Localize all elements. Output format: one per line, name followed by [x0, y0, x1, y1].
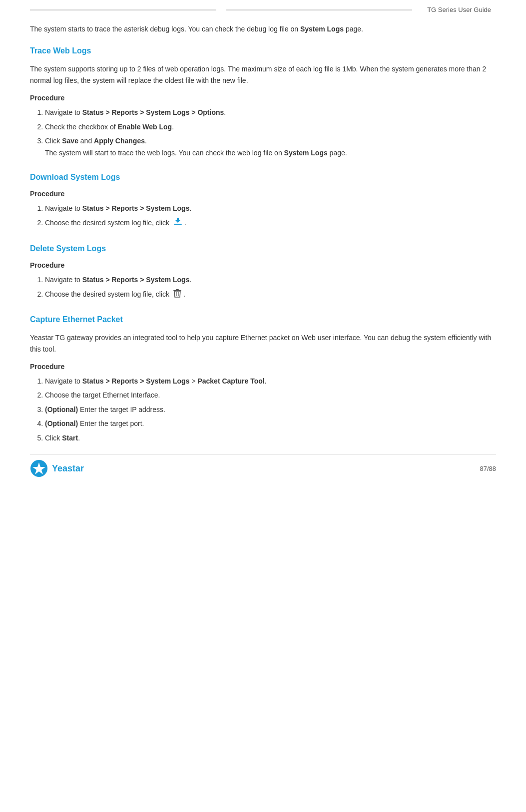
list-item: Navigate to Status > Reports > System Lo… — [45, 376, 496, 387]
list-item: (Optional) Enter the target port. — [45, 418, 496, 429]
list-item: Navigate to Status > Reports > System Lo… — [45, 203, 496, 214]
optional-label-2: (Optional) — [45, 419, 78, 427]
footer-page-number: 87/88 — [480, 465, 496, 472]
nav-path: Status > Reports > System Logs — [82, 204, 190, 212]
desc-trace-web-logs: The system supports storing up to 2 file… — [30, 63, 496, 86]
header-line-left — [30, 9, 216, 10]
intro-bold-1: System Logs — [300, 25, 344, 33]
heading-download-system-logs: Download System Logs — [30, 173, 496, 182]
nav-path: Status > Reports > System Logs > Options — [82, 108, 224, 116]
procedure-list-4: Navigate to Status > Reports > System Lo… — [45, 376, 496, 443]
intro-paragraph: The system starts to trace the asterisk … — [30, 23, 496, 34]
header-line-center — [226, 9, 413, 10]
download-icon — [173, 217, 183, 230]
section-download-system-logs: Download System Logs Procedure Navigate … — [30, 173, 496, 230]
list-item: Choose the target Ethernet Interface. — [45, 390, 496, 401]
desc-capture-ethernet: Yeastar TG gateway provides an integrate… — [30, 332, 496, 355]
footer: Yeastar 87/88 — [30, 454, 496, 477]
procedure-label-1: Procedure — [30, 94, 496, 102]
heading-trace-web-logs: Trace Web Logs — [30, 46, 496, 55]
svg-rect-3 — [176, 289, 179, 290]
nav-path: Status > Reports > System Logs — [82, 276, 190, 284]
list-item: Click Start. — [45, 432, 496, 443]
list-item: Click Save and Apply Changes. The system… — [45, 135, 496, 159]
procedure-label-2: Procedure — [30, 190, 496, 198]
list-item: Navigate to Status > Reports > System Lo… — [45, 274, 496, 285]
list-item: Choose the desired system log file, clic… — [45, 288, 496, 301]
intro-text-1: The system starts to trace the asterisk … — [30, 25, 300, 33]
step-sub-text: The system will start to trace the web l… — [45, 147, 496, 158]
procedure-list-1: Navigate to Status > Reports > System Lo… — [45, 107, 496, 159]
heading-capture-ethernet-packet: Capture Ethernet Packet — [30, 315, 496, 324]
header-lines: TG Series User Guide — [30, 0, 496, 13]
procedure-label-4: Procedure — [30, 363, 496, 371]
section-trace-web-logs: Trace Web Logs The system supports stori… — [30, 46, 496, 158]
list-item: Choose the desired system log file, clic… — [45, 217, 496, 230]
svg-marker-1 — [175, 218, 180, 223]
trash-icon — [173, 288, 182, 301]
enable-web-log: Enable Web Log — [118, 123, 172, 131]
procedure-list-3: Navigate to Status > Reports > System Lo… — [45, 274, 496, 302]
yeastar-logo-icon — [30, 459, 48, 477]
intro-text-2: page. — [344, 25, 363, 33]
system-logs-ref: System Logs — [284, 149, 328, 157]
svg-rect-0 — [174, 224, 182, 225]
list-item: Navigate to Status > Reports > System Lo… — [45, 107, 496, 118]
list-item: Check the checkbox of Enable Web Log. — [45, 121, 496, 132]
packet-capture-tool: Packet Capture Tool — [197, 377, 264, 385]
footer-logo: Yeastar — [30, 459, 84, 477]
start-label: Start — [62, 434, 78, 442]
apply-changes-label: Apply Changes — [94, 137, 145, 145]
footer-logo-text: Yeastar — [52, 463, 84, 474]
nav-path: Status > Reports > System Logs — [82, 377, 190, 385]
header-title: TG Series User Guide — [422, 6, 496, 13]
heading-delete-system-logs: Delete System Logs — [30, 244, 496, 253]
section-capture-ethernet-packet: Capture Ethernet Packet Yeastar TG gatew… — [30, 315, 496, 443]
save-label: Save — [62, 137, 78, 145]
optional-label: (Optional) — [45, 406, 78, 413]
procedure-list-2: Navigate to Status > Reports > System Lo… — [45, 203, 496, 230]
section-delete-system-logs: Delete System Logs Procedure Navigate to… — [30, 244, 496, 302]
list-item: (Optional) Enter the target IP address. — [45, 404, 496, 415]
procedure-label-3: Procedure — [30, 261, 496, 269]
